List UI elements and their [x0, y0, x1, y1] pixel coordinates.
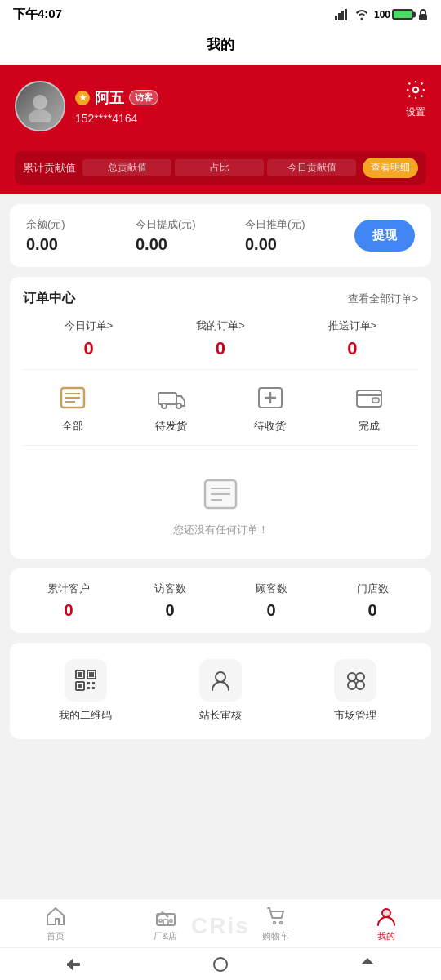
order-icon-complete[interactable]: 完成 [319, 381, 418, 434]
nav-mine[interactable]: 我的 [331, 906, 441, 942]
svg-rect-17 [372, 398, 379, 403]
tool-qrcode[interactable]: 我的二维码 [18, 659, 153, 723]
order-icon-all-label: 全部 [23, 419, 122, 434]
visitor-badge: 访客 [129, 90, 158, 105]
settings-button[interactable]: 设置 [405, 79, 426, 119]
tool-market-mgmt[interactable]: 市场管理 [288, 659, 423, 723]
stats-stores-value: 0 [322, 601, 423, 620]
contribution-bar: 累计贡献值 总贡献值 占比 今日贡献值 查看明细 [0, 145, 441, 194]
stats-customers-value: 0 [220, 601, 322, 620]
balance-commission-value: 0.00 [136, 235, 245, 254]
stats-cumulative-customers: 累计客户 0 [18, 581, 119, 620]
vip-star-icon: ★ [75, 91, 90, 105]
svg-point-34 [356, 673, 364, 681]
order-stat-today-label: 今日订单> [23, 318, 154, 333]
cart-icon [265, 906, 287, 927]
phone-home-button[interactable] [210, 954, 231, 975]
contribution-tab-1[interactable]: 占比 [175, 159, 264, 176]
profile-top: ★ 阿五 访客 152****4164 [15, 81, 426, 131]
market-icon [334, 659, 376, 702]
svg-rect-31 [92, 687, 95, 689]
order-stat-today-value: 0 [23, 338, 154, 359]
svg-point-7 [413, 87, 419, 93]
wallet-icon [353, 381, 385, 414]
order-center-header: 订单中心 查看全部订单> [23, 290, 418, 307]
stats-stores-label: 门店数 [322, 581, 423, 596]
order-icon-pending-ship-label: 待发货 [122, 419, 220, 434]
svg-rect-0 [335, 16, 337, 20]
order-icon-pending-receive[interactable]: 待收货 [220, 381, 319, 434]
order-stat-mine[interactable]: 我的订单> 0 [154, 318, 286, 359]
svg-rect-30 [87, 687, 90, 689]
battery-percent: 100 [374, 9, 390, 20]
contribution-detail-button[interactable]: 查看明细 [363, 158, 418, 178]
tool-market-mgmt-label: 市场管理 [288, 708, 423, 723]
nav-factory[interactable]: 厂&店 [110, 906, 220, 942]
tool-admin-review[interactable]: 站长审核 [153, 659, 287, 723]
home-icon [45, 906, 66, 927]
svg-point-32 [216, 672, 225, 682]
contribution-tabs: 总贡献值 占比 今日贡献值 [82, 159, 356, 176]
settings-label: 设置 [405, 105, 426, 119]
svg-point-33 [348, 673, 356, 681]
profile-phone: 152****4164 [75, 112, 426, 125]
stats-cumulative-value: 0 [18, 601, 119, 620]
svg-point-41 [273, 922, 275, 924]
order-stat-mine-value: 0 [154, 338, 286, 359]
order-stat-today[interactable]: 今日订单> 0 [23, 318, 154, 359]
order-icon-pending-ship[interactable]: 待发货 [122, 381, 220, 434]
balance-remain-label: 余额(元) [26, 217, 136, 232]
receive-icon [254, 381, 287, 414]
order-icon-complete-label: 完成 [319, 419, 418, 434]
svg-rect-28 [87, 682, 90, 684]
order-stat-push[interactable]: 推送订单> 0 [287, 318, 418, 359]
svg-rect-12 [158, 393, 176, 404]
truck-icon [155, 381, 188, 414]
svg-point-36 [356, 681, 364, 689]
profile-info: ★ 阿五 访客 152****4164 [75, 88, 426, 125]
contribution-tab-0[interactable]: 总贡献值 [82, 159, 172, 176]
status-time: 下午4:07 [13, 7, 62, 22]
svg-point-35 [348, 681, 356, 689]
nav-home[interactable]: 首页 [0, 906, 110, 942]
order-center: 订单中心 查看全部订单> 今日订单> 0 我的订单> 0 推送订单> 0 [10, 277, 431, 559]
qrcode-icon [65, 659, 107, 702]
status-bar: 下午4:07 100 [0, 0, 441, 27]
page-title-bar: 我的 [0, 27, 441, 65]
svg-point-43 [382, 909, 390, 917]
svg-point-42 [279, 922, 282, 924]
avatar-image [16, 82, 64, 130]
page-title: 我的 [207, 37, 234, 52]
withdraw-button[interactable]: 提现 [354, 220, 415, 252]
order-icon-all[interactable]: 全部 [23, 381, 122, 434]
svg-rect-38 [163, 920, 168, 925]
stats-customers-label: 顾客数 [220, 581, 322, 596]
nav-factory-label: 厂&店 [110, 930, 220, 942]
order-stat-push-label: 推送订单> [287, 318, 418, 333]
battery-icon [392, 9, 413, 20]
phone-back-button[interactable] [63, 954, 84, 975]
balance-referral-value: 0.00 [245, 235, 354, 254]
contribution-inner: 累计贡献值 总贡献值 占比 今日贡献值 查看明细 [15, 151, 426, 185]
contribution-tab-2[interactable]: 今日贡献值 [267, 159, 356, 176]
svg-point-46 [214, 958, 227, 971]
nav-mine-label: 我的 [331, 930, 441, 942]
view-all-orders-link[interactable]: 查看全部订单> [348, 292, 418, 306]
user-name: 阿五 [95, 88, 124, 108]
nav-cart[interactable]: 购物车 [220, 906, 331, 942]
profile-name: ★ 阿五 访客 [75, 88, 426, 108]
stats-visitors-label: 访客数 [119, 581, 220, 596]
person-check-icon [199, 659, 242, 702]
signal-icon [335, 9, 350, 20]
lock-icon [418, 9, 428, 20]
bottom-nav: 首页 厂&店 购物车 [0, 898, 441, 947]
phone-recent-button[interactable] [357, 954, 378, 975]
svg-rect-23 [78, 672, 82, 677]
svg-point-6 [29, 109, 51, 122]
svg-rect-25 [89, 672, 94, 677]
order-stat-push-value: 0 [287, 338, 418, 359]
phone-bottom-bar [0, 947, 441, 980]
stats-stores: 门店数 0 [322, 581, 423, 620]
svg-rect-3 [345, 9, 347, 20]
status-icons: 100 [335, 9, 428, 20]
